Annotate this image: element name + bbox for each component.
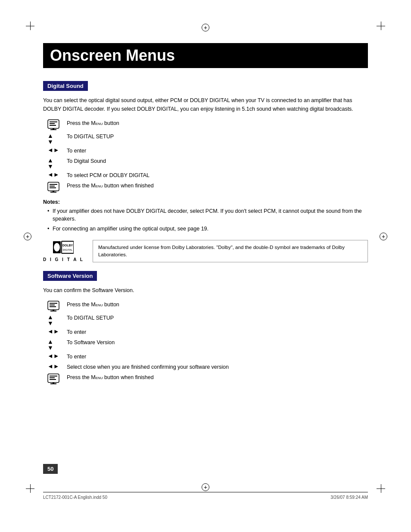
reg-mark-right	[380, 233, 387, 240]
page-footer: LCT2172-001C-A English.indd 50 3/26/07 8…	[43, 492, 368, 500]
dolby-text: D I G I T A L	[43, 257, 84, 262]
svg-rect-8	[50, 186, 55, 187]
page-number: 50	[43, 464, 58, 474]
instruction-text-6: Press the Menu button when finished	[67, 182, 154, 190]
svg-rect-25	[50, 377, 55, 378]
section2-header: Software Version	[43, 271, 97, 281]
svg-rect-14	[62, 241, 74, 253]
notes-title: Notes:	[43, 199, 368, 205]
svg-rect-18	[50, 303, 57, 304]
note-item-2: For connecting an amplifier using the op…	[47, 225, 368, 233]
instruction-row-5: ◄► To select PCM or DOLBY DIGITAL	[43, 171, 368, 180]
s2-arrow-ud-icon-2: ▲ ▼	[47, 339, 67, 351]
dolby-logo: DOLBY DIGITAL D I G I T A L	[43, 240, 84, 262]
instruction-text-5: To select PCM or DOLBY DIGITAL	[67, 171, 149, 180]
svg-text:DOLBY: DOLBY	[62, 244, 73, 247]
s2-instruction-text-1: Press the Menu button	[67, 301, 119, 309]
svg-rect-24	[50, 376, 57, 376]
svg-rect-1	[50, 121, 57, 122]
page: Onscreen Menus Digital Sound You can sel…	[0, 0, 411, 532]
s2-instruction-text-6: Select close when you are finished confi…	[67, 363, 229, 371]
crop-mark-tr	[377, 26, 385, 26]
arrow-ud-icon-1: ▲ ▼	[47, 133, 67, 145]
s2-instruction-text-2: To DIGITAL SETUP	[67, 314, 114, 322]
s2-instruction-row-6: ◄► Select close when you are finished co…	[43, 363, 368, 371]
s2-arrow-lr-icon-2: ◄►	[47, 353, 67, 359]
s2-menu-icon-1	[47, 301, 67, 312]
instruction-row-2: ▲ ▼ To DIGITAL SETUP	[43, 133, 368, 145]
menu-icon-2	[47, 182, 67, 193]
s2-instruction-row-5: ◄► To enter	[43, 353, 368, 361]
svg-rect-26	[50, 379, 56, 380]
svg-rect-2	[50, 123, 55, 124]
instruction-row-6: Press the Menu button when finished	[43, 182, 368, 193]
page-title: Onscreen Menus	[50, 47, 361, 65]
instruction-text-3: To enter	[67, 147, 86, 155]
section-software-version: Software Version You can confirm the Sof…	[43, 271, 368, 384]
svg-rect-3	[50, 125, 56, 126]
s2-instruction-text-4: To Software Version	[67, 339, 115, 347]
notes-section: Notes: If your amplifier does not have D…	[43, 199, 368, 233]
svg-point-13	[54, 243, 60, 252]
arrow-ud-icon-2: ▲ ▼	[47, 157, 67, 169]
svg-rect-20	[50, 306, 56, 307]
dolby-section: DOLBY DIGITAL D I G I T A L Manufactured…	[43, 240, 368, 263]
s2-instruction-row-7: Press the Menu button when finished	[43, 373, 368, 385]
s2-instruction-row-4: ▲ ▼ To Software Version	[43, 339, 368, 351]
note-item-1: If your amplifier does not have DOLBY DI…	[47, 207, 368, 224]
s2-arrow-ud-icon-1: ▲ ▼	[47, 314, 67, 326]
s2-arrow-lr-icon-3: ◄►	[47, 363, 67, 369]
svg-rect-11	[50, 192, 56, 193]
arrow-lr-icon-2: ◄►	[47, 171, 67, 177]
crop-mark-bl	[26, 488, 34, 489]
page-title-bar: Onscreen Menus	[43, 43, 368, 68]
reg-mark-left	[24, 233, 31, 240]
footer-left: LCT2172-001C-A English.indd 50	[43, 495, 107, 500]
s2-instruction-row-3: ◄► To enter	[43, 328, 368, 336]
arrow-lr-icon-1: ◄►	[47, 147, 67, 153]
notes-list: If your amplifier does not have DOLBY DI…	[43, 207, 368, 233]
s2-instruction-text-3: To enter	[67, 328, 86, 336]
s2-instruction-row-2: ▲ ▼ To DIGITAL SETUP	[43, 314, 368, 326]
s2-instruction-text-7: Press the Menu button when finished	[67, 373, 154, 382]
s2-arrow-lr-icon-1: ◄►	[47, 328, 67, 334]
svg-rect-22	[50, 311, 56, 311]
s2-menu-icon-2	[47, 373, 67, 385]
s2-instruction-text-5: To enter	[67, 353, 86, 361]
menu-icon-1	[47, 119, 67, 131]
instruction-row-3: ◄► To enter	[43, 147, 368, 155]
instruction-row-4: ▲ ▼ To Digital Sound	[43, 157, 368, 169]
section-digital-sound: Digital Sound You can select the optical…	[43, 81, 368, 262]
reg-mark-bottom	[202, 483, 209, 491]
svg-rect-7	[50, 184, 57, 185]
section2-description: You can confirm the Software Version.	[43, 286, 368, 295]
main-content: Onscreen Menus Digital Sound You can sel…	[43, 0, 368, 385]
svg-rect-5	[50, 129, 56, 130]
crop-mark-tl	[26, 26, 34, 26]
svg-rect-19	[50, 305, 55, 305]
footer-right: 3/26/07 8:59:24 AM	[330, 495, 368, 500]
instruction-text-1: Press the Menu button	[67, 119, 119, 128]
dolby-notice: Manufactured under license from Dolby La…	[93, 240, 368, 263]
section1-header: Digital Sound	[43, 81, 88, 91]
dolby-logo-graphic: DOLBY DIGITAL	[53, 240, 74, 255]
s2-instruction-row-1: Press the Menu button	[43, 301, 368, 312]
svg-rect-9	[50, 187, 56, 188]
section1-description: You can select the optical digital sound…	[43, 96, 368, 113]
instruction-text-4: To Digital Sound	[67, 157, 106, 165]
crop-mark-br	[377, 488, 385, 489]
instruction-row-1: Press the Menu button	[43, 119, 368, 131]
instruction-text-2: To DIGITAL SETUP	[67, 133, 114, 141]
svg-text:DIGITAL: DIGITAL	[63, 249, 73, 251]
reg-mark-top	[202, 24, 209, 31]
svg-rect-28	[50, 383, 56, 384]
